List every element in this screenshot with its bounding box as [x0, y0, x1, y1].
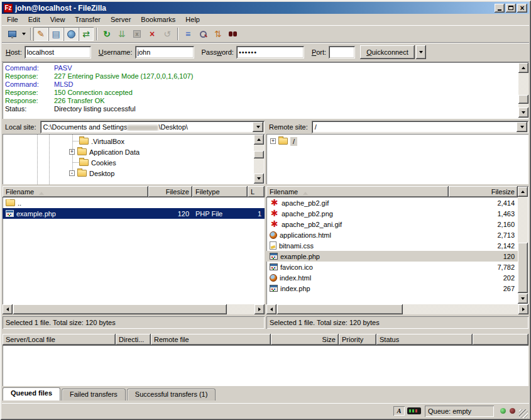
scroll-up-button[interactable]	[254, 135, 264, 145]
scroll-down-button[interactable]	[518, 294, 528, 304]
username-input[interactable]	[135, 46, 194, 58]
scroll-down-button[interactable]	[254, 174, 264, 184]
quickconnect-dropdown[interactable]	[416, 45, 426, 59]
title-bar[interactable]: Fz john@localhost - FileZilla ×	[2, 2, 529, 14]
remote-hscrollbar[interactable]	[266, 304, 528, 315]
file-row[interactable]: bitnami.css2,142	[266, 240, 518, 251]
cancel-button[interactable]: x	[129, 27, 145, 41]
log-entry: Command:MLSD	[5, 80, 528, 89]
close-button[interactable]: ×	[517, 4, 527, 13]
tab-successful-transfers[interactable]: Successful transfers (1)	[127, 389, 216, 401]
tree-item-application-data[interactable]: Application Data	[69, 146, 140, 157]
column-size[interactable]: Size	[271, 334, 339, 345]
file-row-parent-dir[interactable]: ..	[3, 197, 265, 208]
port-input[interactable]	[329, 46, 355, 58]
menu-edit[interactable]: Edit	[23, 14, 45, 25]
menu-help[interactable]: Help	[180, 14, 205, 25]
quickconnect-button[interactable]: Quickconnect	[360, 45, 415, 59]
column-filetype[interactable]: Filetype	[192, 186, 248, 197]
minimize-button[interactable]	[495, 4, 505, 13]
scroll-right-button[interactable]	[255, 304, 265, 314]
menu-transfer[interactable]: Transfer	[70, 14, 106, 25]
maximize-icon	[508, 6, 513, 10]
file-row[interactable]: index.html202	[266, 272, 518, 283]
column-filename[interactable]: Filename	[266, 186, 449, 197]
minimize-icon	[498, 9, 501, 11]
local-tree-scrollbar[interactable]	[254, 135, 264, 184]
tree-item-desktop[interactable]: Desktop	[69, 168, 114, 179]
column-priority[interactable]: Priority	[339, 334, 376, 345]
disconnect-button[interactable]: ×	[145, 27, 160, 41]
process-queue-button[interactable]: ⇊	[114, 27, 129, 41]
reconnect-button[interactable]: ↺	[160, 27, 175, 41]
scroll-left-button[interactable]	[266, 304, 276, 314]
column-filesize[interactable]: Filesize	[449, 186, 518, 197]
tree-item-root[interactable]: /	[270, 136, 297, 146]
column-status[interactable]: Status	[376, 334, 473, 345]
scrollbar-thumb[interactable]	[277, 304, 403, 314]
tree-item-cookies[interactable]: Cookies	[79, 157, 116, 168]
remote-vscrollbar[interactable]	[518, 186, 528, 304]
toggle-transfer-queue-button[interactable]: ⇄	[79, 27, 94, 41]
remote-file-list: Filename Filesize apache_pb2.gif2,414 ap…	[266, 186, 528, 304]
menu-bookmarks[interactable]: Bookmarks	[136, 14, 180, 25]
column-direction[interactable]: Directi...	[116, 334, 151, 345]
resize-grip[interactable]	[519, 409, 528, 418]
file-row[interactable]: favicon.ico7,782	[266, 262, 518, 272]
local-site-combo[interactable]: C:\Documents and Settings\Desktop\	[40, 121, 265, 133]
scrollbar-thumb[interactable]	[518, 243, 528, 293]
local-hscrollbar[interactable]	[3, 304, 265, 315]
toggle-local-tree-button[interactable]: ▤	[48, 27, 63, 41]
scroll-up-button[interactable]	[518, 63, 528, 73]
column-last-modified[interactable]: L	[248, 186, 265, 197]
file-row-example-php[interactable]: example.php 120 PHP File 1	[3, 208, 265, 219]
menu-file[interactable]: File	[2, 14, 23, 25]
log-entry: Status:Directory listing successful	[5, 105, 528, 113]
scroll-left-button[interactable]	[3, 304, 13, 314]
synchronized-browsing-button[interactable]: ⇅	[211, 27, 226, 41]
file-row[interactable]: apache_pb2.png1,463	[266, 208, 518, 219]
scroll-right-button[interactable]	[518, 304, 528, 314]
scrollbar-thumb[interactable]	[518, 95, 528, 104]
log-scrollbar[interactable]	[518, 62, 528, 119]
remote-site-combo-drop[interactable]	[517, 122, 527, 132]
tab-failed-transfers[interactable]: Failed transfers	[62, 389, 126, 401]
menu-view[interactable]: View	[45, 14, 70, 25]
scrollbar-thumb[interactable]	[254, 151, 264, 158]
toggle-remote-tree-button[interactable]	[63, 27, 79, 41]
password-input[interactable]	[236, 46, 304, 58]
tab-queued-files[interactable]: Queued files	[3, 387, 60, 401]
menu-server[interactable]: Server	[106, 14, 136, 25]
remote-site-combo[interactable]: /	[312, 121, 528, 133]
expand-icon[interactable]	[69, 149, 75, 155]
column-filename[interactable]: Filename	[3, 186, 148, 197]
site-manager-dropdown[interactable]	[19, 27, 28, 41]
file-row[interactable]: applications.html2,713	[266, 229, 518, 240]
scroll-down-button[interactable]	[518, 108, 528, 118]
refresh-icon: ↻	[103, 29, 111, 39]
scroll-up-button[interactable]	[518, 187, 528, 197]
tree-item-virtualbox[interactable]: .VirtualBox	[79, 136, 124, 146]
remote-site-row: Remote site: /	[266, 121, 528, 133]
refresh-button[interactable]: ↻	[99, 27, 114, 41]
find-files-button[interactable]	[226, 27, 241, 41]
file-row[interactable]: apache_pb2_ani.gif2,160	[266, 219, 518, 229]
log-entry: Response:226 Transfer OK	[5, 97, 528, 105]
toggle-message-log-button[interactable]: ✎	[33, 27, 48, 41]
column-server-local-file[interactable]: Server/Local file	[3, 334, 116, 345]
directory-comparison-button[interactable]	[195, 27, 211, 41]
file-row[interactable]: apache_pb2.gif2,414	[266, 197, 518, 208]
directory-listing-filters-button[interactable]: ≡	[180, 27, 195, 41]
file-row[interactable]: index.php267	[266, 283, 518, 294]
maximize-button[interactable]	[506, 4, 516, 13]
collapse-icon[interactable]	[69, 170, 75, 176]
php-file-icon	[270, 253, 278, 260]
host-input[interactable]	[25, 46, 91, 58]
site-manager-button[interactable]	[4, 27, 19, 41]
file-row-selected[interactable]: example.php120	[266, 251, 518, 262]
scrollbar-thumb[interactable]	[13, 304, 227, 314]
local-site-combo-drop[interactable]	[253, 122, 263, 132]
expand-icon[interactable]	[270, 138, 276, 144]
column-filesize[interactable]: Filesize	[148, 186, 192, 197]
column-remote-file[interactable]: Remote file	[151, 334, 271, 345]
